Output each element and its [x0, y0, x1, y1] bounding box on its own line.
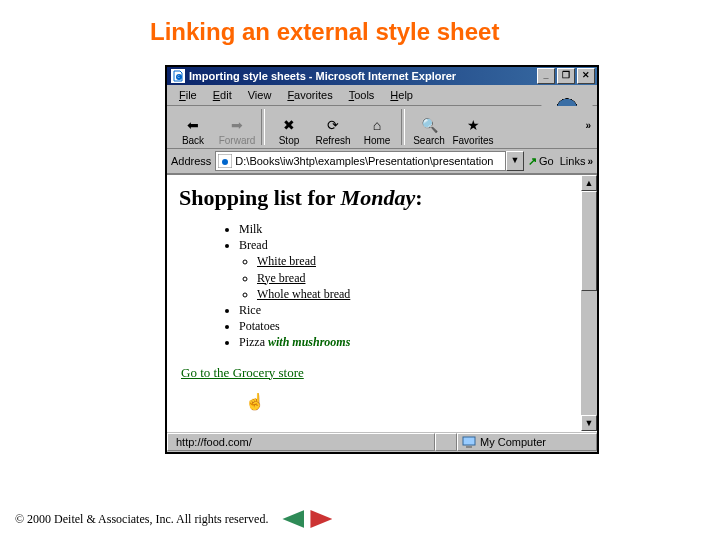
list-item: Rice	[239, 302, 575, 318]
toolbar-separator	[261, 109, 265, 145]
my-computer-icon	[462, 435, 476, 449]
grocery-link[interactable]: Go to the Grocery store	[181, 365, 304, 381]
menu-tools[interactable]: Tools	[341, 87, 383, 103]
page-body: Shopping list for Monday: Milk Bread Whi…	[167, 175, 597, 389]
window-title: Importing style sheets - Microsoft Inter…	[189, 70, 535, 82]
menu-favorites[interactable]: Favorites	[279, 87, 340, 103]
slide-title: Linking an external style sheet	[0, 0, 720, 54]
slide-footer: © 2000 Deitel & Associates, Inc. All rig…	[15, 510, 332, 528]
prev-slide-button[interactable]	[282, 510, 304, 528]
svg-point-3	[222, 159, 228, 165]
stop-icon: ✖	[283, 117, 295, 135]
favorites-icon: ★	[467, 117, 480, 135]
content-viewport: Shopping list for Monday: Milk Bread Whi…	[167, 174, 597, 431]
search-button[interactable]: 🔍Search	[407, 106, 451, 148]
scroll-thumb[interactable]	[581, 191, 597, 291]
toolbar: ⬅Back ➡Forward ✖Stop ⟳Refresh ⌂Home 🔍Sea…	[167, 106, 597, 149]
list-item: White bread	[257, 253, 575, 269]
list-item: Milk	[239, 221, 575, 237]
list-item: Pizza with mushrooms	[239, 334, 575, 350]
menubar: File Edit View Favorites Tools Help	[167, 85, 597, 106]
forward-arrow-icon: ➡	[231, 117, 243, 135]
minimize-button[interactable]: _	[537, 68, 555, 84]
list-item: Bread White bread Rye bread Whole wheat …	[239, 237, 575, 302]
svg-rect-6	[463, 437, 475, 445]
titlebar: Importing style sheets - Microsoft Inter…	[167, 67, 597, 85]
refresh-icon: ⟳	[327, 117, 339, 135]
go-button[interactable]: Go	[528, 155, 554, 168]
address-value: D:\Books\iw3htp\examples\Presentation\pr…	[235, 155, 493, 167]
search-icon: 🔍	[421, 117, 438, 135]
home-icon: ⌂	[373, 117, 381, 135]
browser-window: Importing style sheets - Microsoft Inter…	[165, 65, 599, 454]
list-item: Whole wheat bread	[257, 286, 575, 302]
address-label: Address	[171, 155, 211, 167]
list-item: Rye bread	[257, 270, 575, 286]
maximize-button[interactable]: ❐	[557, 68, 575, 84]
status-spacer	[435, 433, 457, 451]
menu-view[interactable]: View	[240, 87, 280, 103]
menu-file[interactable]: File	[171, 87, 205, 103]
copyright-text: © 2000 Deitel & Associates, Inc. All rig…	[15, 512, 268, 527]
scroll-up-button[interactable]: ▲	[581, 175, 597, 191]
back-button[interactable]: ⬅Back	[171, 106, 215, 148]
address-input[interactable]: D:\Books\iw3htp\examples\Presentation\pr…	[215, 151, 506, 171]
links-label[interactable]: Links	[560, 155, 586, 167]
scroll-down-button[interactable]: ▼	[581, 415, 597, 431]
toolbar-separator	[401, 109, 405, 145]
menu-edit[interactable]: Edit	[205, 87, 240, 103]
page-icon	[218, 154, 232, 168]
home-button[interactable]: ⌂Home	[355, 106, 399, 148]
close-button[interactable]: ✕	[577, 68, 595, 84]
vertical-scrollbar[interactable]: ▲ ▼	[581, 175, 597, 431]
svg-rect-7	[466, 446, 472, 448]
next-slide-button[interactable]	[310, 510, 332, 528]
favorites-button[interactable]: ★Favorites	[451, 106, 495, 148]
address-bar: Address D:\Books\iw3htp\examples\Present…	[167, 149, 597, 174]
hand-cursor-icon: ☝	[245, 392, 265, 411]
address-dropdown[interactable]: ▼	[506, 151, 524, 171]
links-overflow[interactable]: »	[587, 156, 593, 167]
forward-button[interactable]: ➡Forward	[215, 106, 259, 148]
refresh-button[interactable]: ⟳Refresh	[311, 106, 355, 148]
menu-help[interactable]: Help	[382, 87, 421, 103]
toolbar-overflow[interactable]: »	[585, 120, 591, 131]
status-zone: My Computer	[457, 433, 597, 451]
ie-page-icon	[171, 69, 185, 83]
list-item: Potatoes	[239, 318, 575, 334]
back-arrow-icon: ⬅	[187, 117, 199, 135]
status-url: http://food.com/	[167, 433, 435, 451]
page-heading: Shopping list for Monday:	[179, 185, 575, 211]
statusbar: http://food.com/ My Computer	[167, 431, 597, 452]
stop-button[interactable]: ✖Stop	[267, 106, 311, 148]
shopping-list: Milk Bread White bread Rye bread Whole w…	[179, 221, 575, 351]
